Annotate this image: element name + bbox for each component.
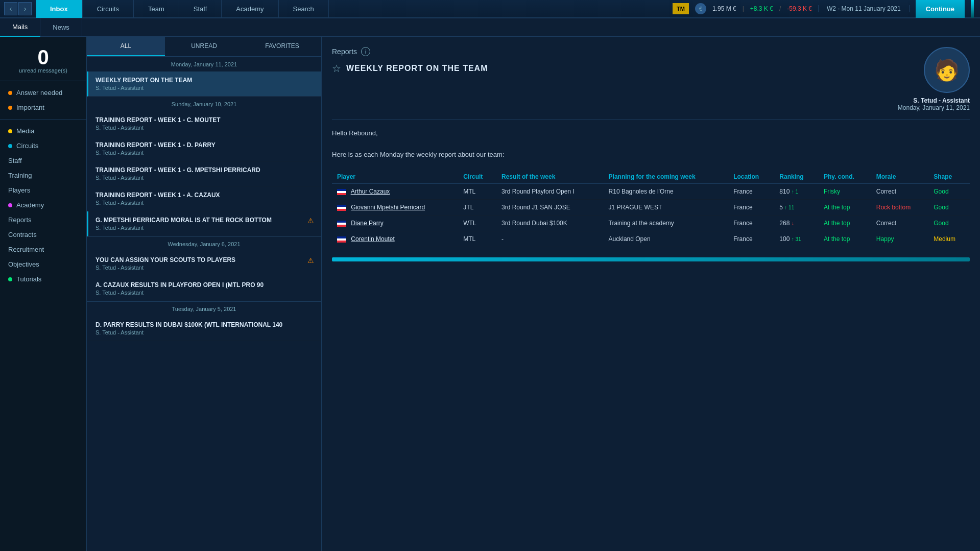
report-body-text: Here is as each Monday the weekly report… [332, 150, 970, 160]
nav-academy[interactable]: Academy [222, 0, 278, 18]
continue-button[interactable]: Continue [916, 0, 965, 18]
msg-sender: S. Tetud - Assistant [95, 200, 314, 206]
td-location: France [728, 215, 774, 231]
sidebar-label-training: Training [8, 172, 32, 179]
message-item-moral-rock-bottom[interactable]: ⚠ G. MPETSHI PERRICARD MORAL IS AT THE R… [87, 211, 321, 236]
unread-count-section: 0 unread message(s) [0, 41, 86, 77]
th-circuit: Circuit [458, 170, 496, 184]
msg-title: G. MPETSHI PERRICARD MORAL IS AT THE ROC… [95, 217, 314, 224]
report-table: Player Circuit Result of the week Planni… [332, 170, 970, 247]
td-player[interactable]: Diane Parry [332, 215, 458, 231]
report-header: Reports i ☆ WEEKLY REPORT ON THE TEAM 🧑 … [332, 47, 970, 111]
table-row: Diane Parry WTL 3rd Round Dubai $100K Tr… [332, 215, 970, 231]
sidebar-item-staff[interactable]: Staff [0, 153, 86, 168]
sidebar-label-important: Important [16, 104, 44, 111]
date-separator-3: Wednesday, January 6, 2021 [87, 236, 321, 251]
nav-inbox[interactable]: Inbox [36, 0, 83, 18]
sidebar-item-players[interactable]: Players [0, 183, 86, 198]
th-location: Location [728, 170, 774, 184]
tabs-bar: Mails News [0, 18, 980, 37]
nav-back[interactable]: ‹ [4, 2, 17, 15]
sidebar-item-media[interactable]: Media [0, 124, 86, 138]
td-player[interactable]: Giovanni Mpetshi Perricard [332, 200, 458, 215]
dot-green-icon [8, 277, 12, 281]
nav-circuits[interactable]: Circuits [83, 0, 134, 18]
td-ranking: 810 ↑ 1 [774, 184, 819, 200]
tab-news[interactable]: News [40, 18, 82, 37]
nav-forward[interactable]: › [18, 2, 32, 15]
sidebar-label-objectives: Objectives [8, 260, 39, 268]
td-phy: At the top [819, 215, 871, 231]
td-result: - [496, 231, 604, 247]
td-location: France [728, 184, 774, 200]
sidebar-item-training[interactable]: Training [0, 168, 86, 183]
message-item-scouts[interactable]: ⚠ YOU CAN ASSIGN YOUR SCOUTS TO PLAYERS … [87, 251, 321, 276]
sidebar-item-recruitment[interactable]: Recruitment [0, 242, 86, 257]
msg-tab-favorites[interactable]: FAVORITES [243, 37, 321, 56]
sidebar-label-players: Players [8, 186, 30, 194]
td-player[interactable]: Corentin Moutet [332, 231, 458, 247]
report-label-section: Reports i ☆ WEEKLY REPORT ON THE TEAM [332, 47, 488, 85]
td-ranking: 268 ↓ [774, 215, 819, 231]
msg-title: TRAINING REPORT - WEEK 1 - C. MOUTET [95, 116, 314, 124]
message-item-training-cazaux[interactable]: TRAINING REPORT - WEEK 1 - A. CAZAUX S. … [87, 186, 321, 211]
nav-right: TM € 1.95 M € | +8.3 K € / -59.3 K € W2 … [666, 0, 980, 18]
date-separator-2: Sunday, January 10, 2021 [87, 97, 321, 111]
table-row: Corentin Moutet MTL - Auckland Open Fran… [332, 231, 970, 247]
td-shape: Medium [928, 231, 970, 247]
top-nav: ‹ › Inbox Circuits Team Staff Academy Se… [0, 0, 980, 18]
dot-pink-icon [8, 203, 12, 207]
date-separator-1: Monday, January 11, 2021 [87, 57, 321, 71]
tab-mails[interactable]: Mails [0, 18, 40, 37]
date-separator-4: Tuesday, January 5, 2021 [87, 301, 321, 316]
sidebar-item-tutorials[interactable]: Tutorials [0, 272, 86, 286]
sidebar-item-objectives[interactable]: Objectives [0, 257, 86, 272]
sidebar-item-contracts[interactable]: Contracts [0, 227, 86, 242]
sender-name: S. Tetud - Assistant [898, 97, 970, 104]
main-layout: 0 unread message(s) Answer needed Import… [0, 37, 980, 551]
sidebar-item-reports[interactable]: Reports [0, 212, 86, 227]
dot-orange-icon [8, 91, 12, 95]
message-item-training-mpetshi[interactable]: TRAINING REPORT - WEEK 1 - G. MPETSHI PE… [87, 161, 321, 186]
sidebar-label-circuits: Circuits [16, 142, 38, 150]
msg-tab-all[interactable]: ALL [87, 37, 165, 56]
message-item-weekly-report[interactable]: WEEKLY REPORT ON THE TEAM S. Tetud - Ass… [87, 71, 321, 97]
message-item-cazaux-results[interactable]: A. CAZAUX RESULTS IN PLAYFORD OPEN I (MT… [87, 276, 321, 301]
message-list: Monday, January 11, 2021 WEEKLY REPORT O… [87, 57, 321, 551]
td-ranking: 100 ↑ 31 [774, 231, 819, 247]
td-shape: Good [928, 200, 970, 215]
msg-tab-unread[interactable]: UNREAD [165, 37, 243, 56]
sidebar-item-important[interactable]: Important [0, 100, 86, 115]
td-circuit: JTL [458, 200, 496, 215]
message-tabs: ALL UNREAD FAVORITES [87, 37, 321, 57]
message-item-training-moutet[interactable]: TRAINING REPORT - WEEK 1 - C. MOUTET S. … [87, 111, 321, 136]
td-shape: Good [928, 184, 970, 200]
sender-info: S. Tetud - Assistant Monday, January 11,… [898, 97, 970, 111]
star-icon: ☆ [332, 62, 341, 75]
td-location: France [728, 200, 774, 215]
message-item-training-parry[interactable]: TRAINING REPORT - WEEK 1 - D. PARRY S. T… [87, 136, 321, 161]
report-greeting: Hello Rebound, [332, 128, 970, 139]
nav-search[interactable]: Search [279, 0, 329, 18]
msg-title: WEEKLY REPORT ON THE TEAM [95, 77, 314, 84]
report-label-text: Reports [332, 47, 357, 56]
td-planning: Auckland Open [604, 231, 729, 247]
msg-title: D. PARRY RESULTS IN DUBAI $100K (WTL INT… [95, 321, 314, 328]
th-player: Player [332, 170, 458, 184]
nav-team[interactable]: Team [134, 0, 179, 18]
sidebar-item-answer-needed[interactable]: Answer needed [0, 85, 86, 100]
td-player[interactable]: Arthur Cazaux [332, 184, 458, 200]
msg-sender: S. Tetud - Assistant [95, 125, 314, 131]
tm-logo: TM [673, 3, 689, 14]
td-planning: R10 Bagnoles de l'Orne [604, 184, 729, 200]
sidebar-item-circuits[interactable]: Circuits [0, 138, 86, 153]
week-info: W2 - Mon 11 January 2021 [818, 5, 910, 12]
report-info-icon[interactable]: i [361, 47, 370, 56]
nav-staff[interactable]: Staff [179, 0, 222, 18]
sidebar-item-academy[interactable]: Academy [0, 198, 86, 212]
msg-sender: S. Tetud - Assistant [95, 265, 314, 271]
dot-yellow-icon [8, 129, 12, 133]
report-divider [332, 119, 970, 120]
message-item-parry-results[interactable]: D. PARRY RESULTS IN DUBAI $100K (WTL INT… [87, 316, 321, 341]
finance-amount: 1.95 M € [712, 5, 736, 12]
